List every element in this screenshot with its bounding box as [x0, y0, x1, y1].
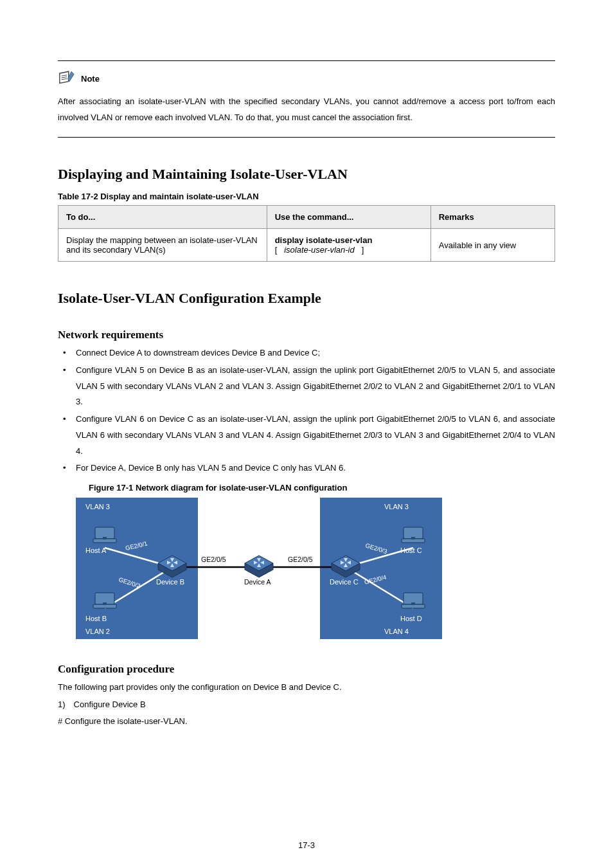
col-remarks: Remarks [431, 206, 555, 229]
ge205-left-label: GE2/0/5 [201, 556, 226, 563]
list-item: For Device A, Device B only has VLAN 5 a… [76, 460, 555, 476]
display-maintain-heading: Displaying and Maintaining Isolate-User-… [58, 166, 555, 183]
cell-remarks: Available in any view [431, 229, 555, 262]
cmd-close-bracket: ] [362, 245, 364, 255]
cell-desc: Display the mapping between an isolate-u… [58, 229, 267, 262]
svg-rect-16 [411, 537, 415, 539]
requirements-list: Connect Device A to downstream devices D… [58, 345, 555, 476]
cell-cmd: display isolate-user-vlan [ isolate-user… [267, 229, 431, 262]
list-item: Connect Device A to downstream devices D… [76, 345, 555, 361]
ge205-right-label: GE2/0/5 [288, 556, 313, 563]
note-text: After associating an isolate-user-VLAN w… [58, 94, 555, 125]
col-cmd: Use the command... [267, 206, 431, 229]
host-d-label: Host D [400, 615, 422, 622]
device-c-label: Device C [330, 578, 359, 586]
col-todo: To do... [58, 206, 267, 229]
row-desc: Display the mapping between an isolate-u… [66, 235, 258, 255]
hash-configure: # Configure the isolate-user-VLAN. [58, 714, 555, 730]
cmd-open-bracket: [ [275, 245, 278, 255]
table-row: Display the mapping between an isolate-u… [58, 229, 555, 262]
net-req-heading: Network requirements [58, 329, 555, 341]
note-icon [58, 70, 76, 87]
command-table: To do... Use the command... Remarks Disp… [58, 205, 555, 262]
host-c-label: Host C [400, 547, 422, 554]
device-a-label: Device A [244, 578, 271, 586]
cmd-keyword: display isolate-user-vlan [275, 235, 373, 245]
table-header-row: To do... Use the command... Remarks [58, 206, 555, 229]
figure-title: Figure 17-1 Network diagram for isolate-… [89, 483, 555, 493]
cmd-arg: isolate-user-vlan-id [284, 245, 355, 255]
network-diagram: VLAN 3 VLAN 3 VLAN 2 VLAN 4 Host A Host … [76, 498, 555, 641]
svg-rect-19 [411, 602, 415, 605]
host-b-label: Host B [85, 615, 107, 622]
vlan3-right-label: VLAN 3 [384, 503, 409, 511]
host-a-label: Host A [85, 547, 107, 554]
vlan3-left-label: VLAN 3 [85, 503, 110, 511]
vlan2-label: VLAN 2 [85, 628, 110, 635]
vlan4-label: VLAN 4 [384, 628, 409, 635]
svg-rect-13 [103, 602, 107, 605]
device-b-label: Device B [156, 578, 184, 586]
conf-proc-heading: Configuration procedure [58, 663, 555, 676]
note-label: Note [81, 74, 100, 84]
step-1: 1) Configure Device B [58, 697, 555, 713]
list-item: Configure VLAN 6 on Device C as an isola… [76, 411, 555, 459]
list-item: Configure VLAN 5 on Device B as an isola… [76, 363, 555, 410]
table-title: Table 17-2 Display and maintain isolate-… [58, 192, 555, 201]
svg-rect-10 [103, 537, 107, 539]
conf-intro-text: The following part provides only the con… [58, 680, 555, 696]
page-number: 17-3 [0, 840, 613, 850]
example-heading: Isolate-User-VLAN Configuration Example [58, 290, 555, 307]
